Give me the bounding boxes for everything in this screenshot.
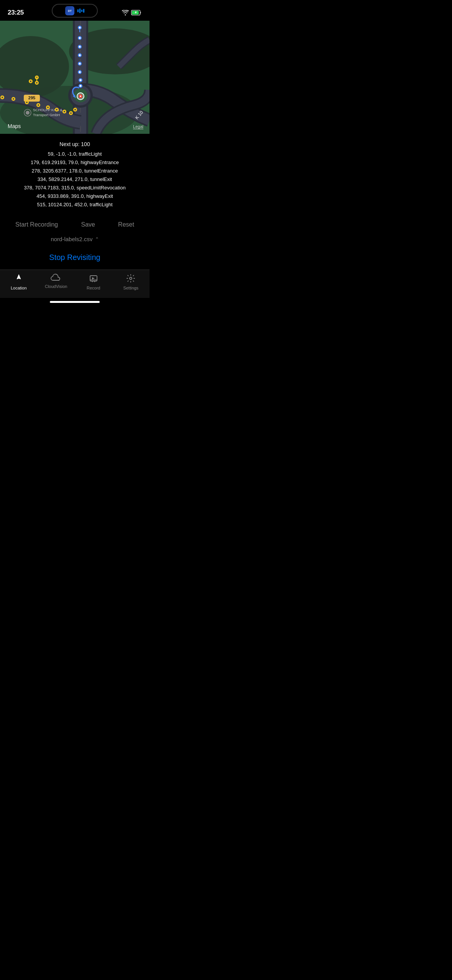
cloudvision-tab-label: CloudVision [45, 284, 67, 289]
next-up-label: Next up: 100 [8, 140, 142, 149]
settings-icon [126, 274, 135, 284]
route-line-6: 454, 9333.869, 391.0, highwayExit [8, 192, 142, 201]
svg-point-39 [80, 95, 81, 97]
maps-brand: Maps [6, 123, 21, 129]
svg-point-58 [64, 111, 65, 112]
svg-point-29 [79, 63, 81, 65]
record-icon [89, 274, 98, 284]
svg-point-27 [79, 54, 81, 56]
dynamic-island: DT [52, 4, 98, 18]
route-line-2: 179, 619.29193, 79.0, highwayEntrance [8, 158, 142, 167]
legal-link[interactable]: Legal [133, 124, 143, 129]
location-icon [14, 274, 23, 284]
map-container: 295 SCHOLPP Kran & Transport GmbH K 10 [0, 21, 150, 134]
svg-point-23 [79, 37, 81, 39]
svg-text:295: 295 [28, 95, 35, 100]
home-bar [50, 301, 100, 303]
svg-point-60 [70, 112, 72, 114]
route-line-5: 378, 7074.7183, 315.0, speedLimitRevocat… [8, 184, 142, 192]
svg-point-48 [13, 98, 14, 100]
home-indicator [0, 298, 150, 304]
svg-point-44 [36, 82, 38, 84]
stop-revisiting-button[interactable]: Stop Revisiting [49, 253, 100, 262]
svg-point-35 [80, 85, 82, 87]
cloud-icon [51, 274, 61, 283]
maps-label: Maps [8, 123, 21, 129]
svg-point-25 [79, 46, 81, 48]
svg-point-46 [30, 81, 31, 82]
stop-revisiting-row: Stop Revisiting [0, 247, 150, 270]
info-panel: Next up: 100 59, -1.0, -1.0, trafficLigh… [0, 134, 150, 214]
save-button[interactable]: Save [81, 221, 95, 228]
svg-point-56 [56, 109, 58, 110]
audio-bars [77, 8, 84, 13]
status-time: 23:25 [8, 9, 24, 16]
tab-record[interactable]: Record [80, 274, 107, 290]
file-picker-row[interactable]: nord-labels2.csv ⌃ [0, 231, 150, 247]
route-line-7: 515, 10124.201, 452.0, trafficLight [8, 201, 142, 209]
svg-point-31 [79, 71, 81, 73]
svg-point-62 [74, 109, 76, 110]
svg-point-64 [2, 97, 3, 98]
tab-settings[interactable]: Settings [117, 274, 144, 290]
svg-point-33 [80, 79, 82, 81]
tab-cloudvision[interactable]: CloudVision [43, 274, 69, 289]
svg-point-69 [130, 277, 132, 280]
tab-location[interactable]: Location [5, 274, 32, 290]
wifi-icon [122, 10, 129, 15]
status-right [122, 10, 142, 15]
reset-button[interactable]: Reset [118, 221, 134, 228]
filename-label: nord-labels2.csv [51, 236, 92, 242]
location-tab-label: Location [11, 286, 27, 290]
chevron-icon: ⌃ [95, 237, 99, 242]
svg-point-50 [26, 102, 28, 103]
svg-point-52 [38, 104, 39, 106]
battery-icon [131, 10, 142, 15]
svg-text:Transport GmbH: Transport GmbH [33, 113, 60, 117]
record-tab-label: Record [87, 286, 100, 290]
settings-tab-label: Settings [123, 286, 138, 290]
status-bar: 23:25 DT [0, 0, 150, 21]
controls-row: Start Recording Save Reset [0, 214, 150, 231]
route-line-4: 334, 5829.2144, 271.0, tunnelExit [8, 175, 142, 184]
app-icon: DT [65, 6, 74, 15]
svg-point-20 [79, 27, 81, 29]
svg-point-15 [26, 111, 30, 115]
tab-bar: Location CloudVision Record [0, 270, 150, 298]
route-line-3: 278, 3205.6377, 178.0, tunnelEntrance [8, 167, 142, 175]
start-recording-button[interactable]: Start Recording [15, 221, 58, 228]
route-line-1: 59, -1.0, -1.0, trafficLight [8, 150, 142, 158]
map-svg: 295 SCHOLPP Kran & Transport GmbH K 10 [0, 21, 150, 134]
svg-point-54 [47, 107, 49, 108]
